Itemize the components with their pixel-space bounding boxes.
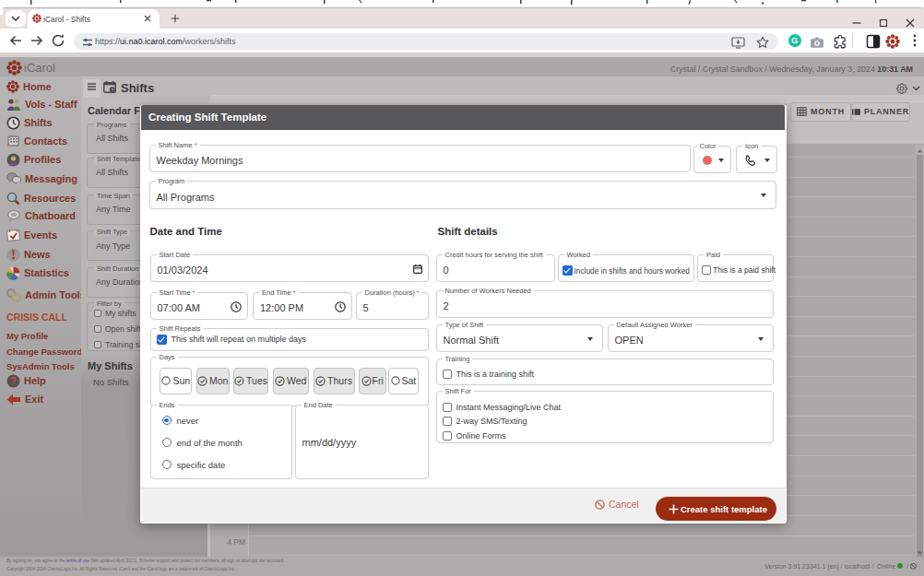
svg-text:?: ?	[10, 376, 16, 386]
